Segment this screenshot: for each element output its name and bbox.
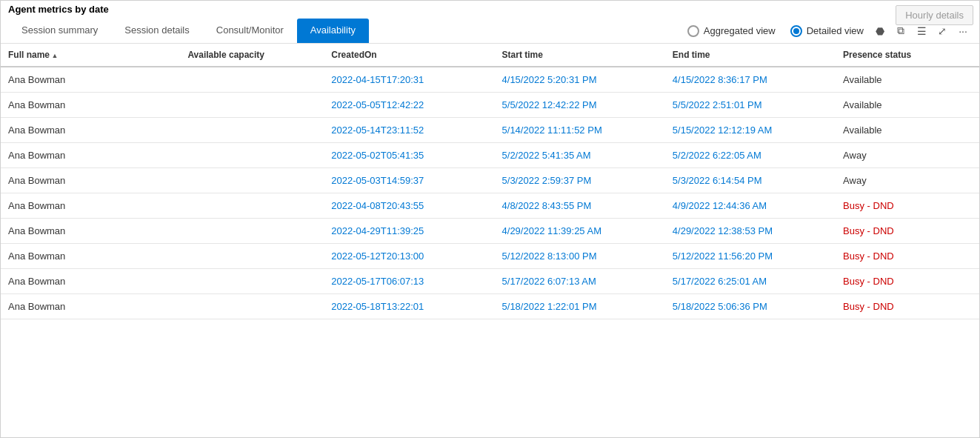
cell-status: Available <box>836 67 979 93</box>
cell-created: 2022-05-05T12:42:22 <box>324 93 494 118</box>
table-row: Ana Bowman 2022-05-12T20:13:00 5/12/2022… <box>1 244 979 269</box>
cell-status: Busy - DND <box>836 244 979 269</box>
table-row: Ana Bowman 2022-05-02T05:41:35 5/2/2022 … <box>1 143 979 168</box>
cell-capacity <box>180 143 324 168</box>
tab-session-summary[interactable]: Session summary <box>8 19 111 43</box>
cell-capacity <box>180 269 324 294</box>
cell-end: 5/18/2022 5:06:36 PM <box>665 294 836 319</box>
cell-name: Ana Bowman <box>1 219 180 244</box>
table-row: Ana Bowman 2022-05-03T14:59:37 5/3/2022 … <box>1 168 979 193</box>
main-container: Agent metrics by date Session summary Se… <box>0 0 980 438</box>
cell-status: Busy - DND <box>836 294 979 319</box>
cell-capacity <box>180 93 324 118</box>
cell-name: Ana Bowman <box>1 294 180 319</box>
cell-end: 5/3/2022 6:14:54 PM <box>665 168 836 193</box>
cell-created: 2022-05-14T23:11:52 <box>324 118 494 143</box>
cell-created: 2022-05-17T06:07:13 <box>324 269 494 294</box>
cell-end: 4/29/2022 12:38:53 PM <box>665 219 836 244</box>
cell-created: 2022-04-29T11:39:25 <box>324 219 494 244</box>
cell-start: 4/15/2022 5:20:31 PM <box>495 67 665 93</box>
table-row: Ana Bowman 2022-05-05T12:42:22 5/5/2022 … <box>1 93 979 118</box>
cell-capacity <box>180 219 324 244</box>
cell-created: 2022-05-03T14:59:37 <box>324 168 494 193</box>
cell-status: Available <box>836 93 979 118</box>
cell-start: 4/29/2022 11:39:25 AM <box>495 219 665 244</box>
radio-detailed-label: Detailed view <box>807 25 864 36</box>
view-options: Aggregated view Detailed view <box>687 25 864 37</box>
hourly-details-button[interactable]: Hourly details <box>896 5 973 25</box>
cell-created: 2022-05-12T20:13:00 <box>324 244 494 269</box>
cell-end: 5/15/2022 12:12:19 AM <box>665 118 836 143</box>
cell-status: Busy - DND <box>836 193 979 219</box>
cell-start: 5/5/2022 12:42:22 PM <box>495 93 665 118</box>
cell-name: Ana Bowman <box>1 244 180 269</box>
cell-capacity <box>180 168 324 193</box>
table-row: Ana Bowman 2022-05-14T23:11:52 5/14/2022… <box>1 118 979 143</box>
cell-end: 5/12/2022 11:56:20 PM <box>665 244 836 269</box>
page-title: Agent metrics by date <box>8 4 109 15</box>
col-header-presence-status[interactable]: Presence status <box>836 44 979 67</box>
cell-created: 2022-05-18T13:22:01 <box>324 294 494 319</box>
cell-status: Away <box>836 168 979 193</box>
radio-aggregated-label: Aggregated view <box>704 25 776 36</box>
cell-start: 5/17/2022 6:07:13 AM <box>495 269 665 294</box>
table-row: Ana Bowman 2022-05-17T06:07:13 5/17/2022… <box>1 269 979 294</box>
cell-end: 5/2/2022 6:22:05 AM <box>665 143 836 168</box>
cell-name: Ana Bowman <box>1 143 180 168</box>
cell-capacity <box>180 294 324 319</box>
col-header-start-time[interactable]: Start time <box>495 44 665 67</box>
bookmark-icon[interactable]: ⬣ <box>871 22 889 40</box>
cell-start: 5/12/2022 8:13:00 PM <box>495 244 665 269</box>
cell-status: Busy - DND <box>836 219 979 244</box>
cell-end: 4/9/2022 12:44:36 AM <box>665 193 836 219</box>
table-body: Ana Bowman 2022-04-15T17:20:31 4/15/2022… <box>1 67 979 319</box>
cell-capacity <box>180 118 324 143</box>
cell-name: Ana Bowman <box>1 193 180 219</box>
cell-start: 5/14/2022 11:11:52 PM <box>495 118 665 143</box>
cell-name: Ana Bowman <box>1 67 180 93</box>
tab-consult-monitor[interactable]: Consult/Monitor <box>203 19 297 43</box>
radio-aggregated[interactable]: Aggregated view <box>687 25 776 37</box>
cell-end: 5/5/2022 2:51:01 PM <box>665 93 836 118</box>
col-header-full-name[interactable]: Full name <box>1 44 180 67</box>
cell-end: 4/15/2022 8:36:17 PM <box>665 67 836 93</box>
data-table: Full name Available capacity CreatedOn S… <box>1 44 979 319</box>
cell-status: Busy - DND <box>836 269 979 294</box>
table-row: Ana Bowman 2022-05-18T13:22:01 5/18/2022… <box>1 294 979 319</box>
cell-name: Ana Bowman <box>1 168 180 193</box>
radio-detailed-circle <box>790 25 802 37</box>
cell-capacity <box>180 193 324 219</box>
cell-created: 2022-04-15T17:20:31 <box>324 67 494 93</box>
radio-detailed[interactable]: Detailed view <box>790 25 864 37</box>
cell-name: Ana Bowman <box>1 118 180 143</box>
tab-availability[interactable]: Availability <box>297 19 369 43</box>
table-header-row: Full name Available capacity CreatedOn S… <box>1 44 979 67</box>
table-container: Full name Available capacity CreatedOn S… <box>1 44 979 437</box>
cell-capacity <box>180 244 324 269</box>
cell-name: Ana Bowman <box>1 269 180 294</box>
cell-start: 5/2/2022 5:41:35 AM <box>495 143 665 168</box>
header-bar: Agent metrics by date Session summary Se… <box>1 1 979 44</box>
col-header-created-on[interactable]: CreatedOn <box>324 44 494 67</box>
cell-created: 2022-04-08T20:43:55 <box>324 193 494 219</box>
table-row: Ana Bowman 2022-04-29T11:39:25 4/29/2022… <box>1 219 979 244</box>
col-header-end-time[interactable]: End time <box>665 44 836 67</box>
cell-name: Ana Bowman <box>1 93 180 118</box>
cell-start: 4/8/2022 8:43:55 PM <box>495 193 665 219</box>
table-row: Ana Bowman 2022-04-15T17:20:31 4/15/2022… <box>1 67 979 93</box>
cell-capacity <box>180 67 324 93</box>
tabs-row: Session summary Session details Consult/… <box>8 19 972 43</box>
cell-created: 2022-05-02T05:41:35 <box>324 143 494 168</box>
cell-start: 5/18/2022 1:22:01 PM <box>495 294 665 319</box>
table-row: Ana Bowman 2022-04-08T20:43:55 4/8/2022 … <box>1 193 979 219</box>
radio-aggregated-circle <box>687 25 699 37</box>
cell-start: 5/3/2022 2:59:37 PM <box>495 168 665 193</box>
cell-status: Available <box>836 118 979 143</box>
col-header-available-capacity[interactable]: Available capacity <box>180 44 324 67</box>
cell-end: 5/17/2022 6:25:01 AM <box>665 269 836 294</box>
cell-status: Away <box>836 143 979 168</box>
tab-session-details[interactable]: Session details <box>111 19 202 43</box>
